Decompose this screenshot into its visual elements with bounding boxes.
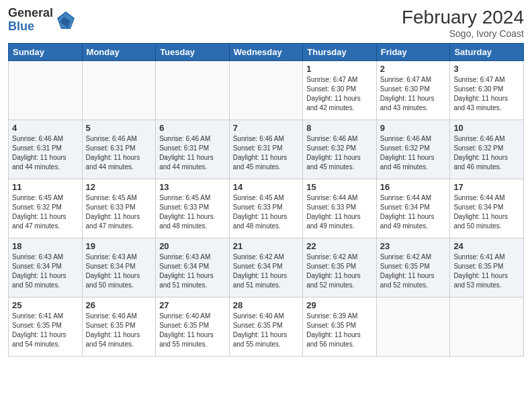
calendar-week-row: 1Sunrise: 6:47 AM Sunset: 6:30 PM Daylig…: [9, 61, 524, 120]
calendar-cell: 1Sunrise: 6:47 AM Sunset: 6:30 PM Daylig…: [303, 61, 377, 120]
day-info: Sunrise: 6:41 AM Sunset: 6:35 PM Dayligh…: [453, 253, 520, 290]
day-number: 2: [380, 64, 447, 74]
calendar-cell: [9, 61, 83, 120]
day-number: 16: [380, 182, 447, 192]
calendar-header-monday: Monday: [82, 44, 156, 61]
day-number: 4: [12, 123, 79, 133]
calendar-cell: 16Sunrise: 6:44 AM Sunset: 6:34 PM Dayli…: [376, 179, 450, 238]
day-info: Sunrise: 6:46 AM Sunset: 6:32 PM Dayligh…: [306, 134, 373, 172]
calendar-cell: 24Sunrise: 6:41 AM Sunset: 6:35 PM Dayli…: [450, 238, 524, 298]
day-number: 11: [12, 182, 79, 192]
calendar-header-friday: Friday: [376, 44, 450, 61]
calendar-header-row: SundayMondayTuesdayWednesdayThursdayFrid…: [9, 44, 524, 61]
day-number: 7: [233, 123, 300, 133]
day-number: 13: [159, 182, 226, 192]
calendar-cell: 12Sunrise: 6:45 AM Sunset: 6:33 PM Dayli…: [82, 179, 156, 238]
day-number: 14: [233, 182, 300, 192]
day-info: Sunrise: 6:43 AM Sunset: 6:34 PM Dayligh…: [12, 253, 79, 290]
calendar-cell: 14Sunrise: 6:45 AM Sunset: 6:33 PM Dayli…: [229, 179, 303, 238]
calendar-cell: [450, 298, 524, 357]
calendar-cell: 18Sunrise: 6:43 AM Sunset: 6:34 PM Dayli…: [9, 238, 83, 298]
day-info: Sunrise: 6:47 AM Sunset: 6:30 PM Dayligh…: [453, 75, 520, 113]
calendar-cell: 15Sunrise: 6:44 AM Sunset: 6:33 PM Dayli…: [303, 179, 377, 238]
calendar-header-wednesday: Wednesday: [229, 44, 303, 61]
day-number: 15: [306, 182, 373, 192]
calendar-cell: 22Sunrise: 6:42 AM Sunset: 6:35 PM Dayli…: [303, 238, 377, 298]
page-container: General Blue February 2024 Sogo, Ivory C…: [0, 0, 532, 411]
header: General Blue February 2024 Sogo, Ivory C…: [8, 7, 524, 39]
day-number: 23: [380, 241, 447, 251]
day-info: Sunrise: 6:44 AM Sunset: 6:34 PM Dayligh…: [380, 193, 447, 231]
day-number: 27: [159, 300, 226, 310]
calendar-cell: 8Sunrise: 6:46 AM Sunset: 6:32 PM Daylig…: [303, 120, 377, 179]
calendar-cell: [156, 61, 230, 120]
calendar-week-row: 11Sunrise: 6:45 AM Sunset: 6:32 PM Dayli…: [9, 179, 524, 238]
calendar-cell: 19Sunrise: 6:43 AM Sunset: 6:34 PM Dayli…: [82, 238, 156, 298]
day-info: Sunrise: 6:46 AM Sunset: 6:32 PM Dayligh…: [380, 134, 447, 172]
day-info: Sunrise: 6:42 AM Sunset: 6:35 PM Dayligh…: [306, 253, 373, 290]
calendar-cell: [229, 61, 303, 120]
day-info: Sunrise: 6:47 AM Sunset: 6:30 PM Dayligh…: [306, 75, 373, 113]
calendar-cell: 20Sunrise: 6:43 AM Sunset: 6:34 PM Dayli…: [156, 238, 230, 298]
calendar-cell: 11Sunrise: 6:45 AM Sunset: 6:32 PM Dayli…: [9, 179, 83, 238]
day-number: 19: [86, 241, 152, 251]
day-number: 20: [159, 241, 226, 251]
calendar-cell: 23Sunrise: 6:42 AM Sunset: 6:35 PM Dayli…: [376, 238, 450, 298]
calendar-cell: 28Sunrise: 6:40 AM Sunset: 6:35 PM Dayli…: [229, 298, 303, 357]
calendar-cell: 29Sunrise: 6:39 AM Sunset: 6:35 PM Dayli…: [303, 298, 377, 357]
day-number: 24: [453, 241, 520, 251]
day-info: Sunrise: 6:42 AM Sunset: 6:35 PM Dayligh…: [380, 253, 447, 290]
title-block: February 2024 Sogo, Ivory Coast: [402, 7, 524, 39]
calendar-cell: 2Sunrise: 6:47 AM Sunset: 6:30 PM Daylig…: [376, 61, 450, 120]
logo-icon: [56, 10, 76, 30]
day-info: Sunrise: 6:43 AM Sunset: 6:34 PM Dayligh…: [86, 253, 152, 290]
day-info: Sunrise: 6:46 AM Sunset: 6:31 PM Dayligh…: [159, 134, 226, 172]
day-info: Sunrise: 6:45 AM Sunset: 6:32 PM Dayligh…: [12, 193, 79, 231]
day-info: Sunrise: 6:39 AM Sunset: 6:35 PM Dayligh…: [306, 312, 373, 349]
day-number: 5: [86, 123, 152, 133]
calendar-cell: 7Sunrise: 6:46 AM Sunset: 6:31 PM Daylig…: [229, 120, 303, 179]
calendar-cell: 9Sunrise: 6:46 AM Sunset: 6:32 PM Daylig…: [376, 120, 450, 179]
calendar-cell: 17Sunrise: 6:44 AM Sunset: 6:34 PM Dayli…: [450, 179, 524, 238]
calendar-header-tuesday: Tuesday: [156, 44, 230, 61]
day-info: Sunrise: 6:40 AM Sunset: 6:35 PM Dayligh…: [86, 312, 152, 349]
day-number: 12: [86, 182, 152, 192]
day-number: 28: [233, 300, 300, 310]
calendar-week-row: 4Sunrise: 6:46 AM Sunset: 6:31 PM Daylig…: [9, 120, 524, 179]
day-number: 22: [306, 241, 373, 251]
logo-text: General Blue: [8, 7, 53, 34]
day-info: Sunrise: 6:47 AM Sunset: 6:30 PM Dayligh…: [380, 75, 447, 113]
calendar-cell: 3Sunrise: 6:47 AM Sunset: 6:30 PM Daylig…: [450, 61, 524, 120]
logo-general: General: [8, 7, 53, 20]
calendar-header-thursday: Thursday: [303, 44, 377, 61]
day-info: Sunrise: 6:45 AM Sunset: 6:33 PM Dayligh…: [86, 193, 152, 231]
calendar-week-row: 25Sunrise: 6:41 AM Sunset: 6:35 PM Dayli…: [9, 298, 524, 357]
day-info: Sunrise: 6:44 AM Sunset: 6:34 PM Dayligh…: [453, 193, 520, 231]
day-info: Sunrise: 6:43 AM Sunset: 6:34 PM Dayligh…: [159, 253, 226, 290]
day-number: 8: [306, 123, 373, 133]
day-number: 25: [12, 300, 79, 310]
calendar-week-row: 18Sunrise: 6:43 AM Sunset: 6:34 PM Dayli…: [9, 238, 524, 298]
day-number: 6: [159, 123, 226, 133]
day-number: 29: [306, 300, 373, 310]
calendar-cell: 6Sunrise: 6:46 AM Sunset: 6:31 PM Daylig…: [156, 120, 230, 179]
calendar-cell: 10Sunrise: 6:46 AM Sunset: 6:32 PM Dayli…: [450, 120, 524, 179]
calendar-cell: 13Sunrise: 6:45 AM Sunset: 6:33 PM Dayli…: [156, 179, 230, 238]
day-info: Sunrise: 6:46 AM Sunset: 6:31 PM Dayligh…: [233, 134, 300, 172]
calendar-cell: 26Sunrise: 6:40 AM Sunset: 6:35 PM Dayli…: [82, 298, 156, 357]
day-info: Sunrise: 6:45 AM Sunset: 6:33 PM Dayligh…: [159, 193, 226, 231]
calendar-cell: 25Sunrise: 6:41 AM Sunset: 6:35 PM Dayli…: [9, 298, 83, 357]
calendar-cell: [82, 61, 156, 120]
calendar-cell: [376, 298, 450, 357]
day-info: Sunrise: 6:41 AM Sunset: 6:35 PM Dayligh…: [12, 312, 79, 349]
location-subtitle: Sogo, Ivory Coast: [402, 28, 524, 39]
day-info: Sunrise: 6:40 AM Sunset: 6:35 PM Dayligh…: [159, 312, 226, 349]
logo: General Blue: [8, 7, 76, 34]
day-number: 3: [453, 64, 520, 74]
month-title: February 2024: [402, 7, 524, 28]
day-number: 9: [380, 123, 447, 133]
calendar-cell: 21Sunrise: 6:42 AM Sunset: 6:34 PM Dayli…: [229, 238, 303, 298]
day-info: Sunrise: 6:42 AM Sunset: 6:34 PM Dayligh…: [233, 253, 300, 290]
day-info: Sunrise: 6:45 AM Sunset: 6:33 PM Dayligh…: [233, 193, 300, 231]
day-info: Sunrise: 6:46 AM Sunset: 6:31 PM Dayligh…: [86, 134, 152, 172]
